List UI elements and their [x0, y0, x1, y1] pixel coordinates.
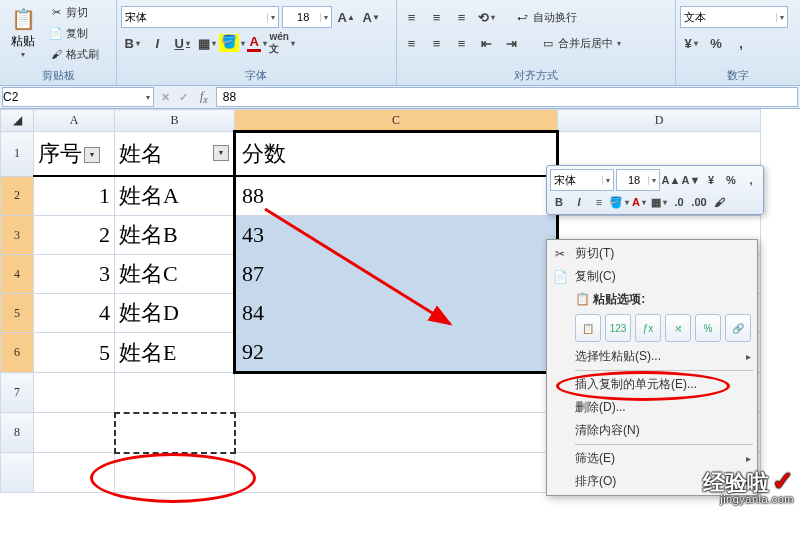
cell-c3[interactable]: 43	[235, 216, 558, 255]
cell-c8[interactable]	[235, 413, 558, 453]
accept-formula-button[interactable]: ✓	[174, 88, 192, 106]
ctx-clear[interactable]: 清除内容(N)	[547, 419, 757, 442]
fill-color-button[interactable]: 🪣	[221, 32, 243, 54]
paste-opt-transpose[interactable]: ⤨	[665, 314, 691, 342]
font-color-button[interactable]: A	[246, 32, 268, 54]
cell-a6[interactable]: 5	[34, 333, 115, 373]
paste-button[interactable]: 📋 粘贴 ▾	[4, 2, 42, 62]
row-header-9[interactable]	[1, 453, 34, 493]
col-header-c[interactable]: C	[235, 110, 558, 132]
format-painter-button[interactable]: 🖌 格式刷	[45, 44, 102, 64]
cell-b2[interactable]: 姓名A	[115, 176, 235, 216]
cell-a1[interactable]: 序号▼	[34, 132, 115, 177]
ctx-sort[interactable]: 排序(O)	[547, 470, 757, 493]
percent-format-button[interactable]: %	[705, 32, 727, 54]
cell-b5[interactable]: 姓名D	[115, 294, 235, 333]
increase-font-button[interactable]: A▲	[335, 6, 357, 28]
cell-a4[interactable]: 3	[34, 255, 115, 294]
ctx-copy[interactable]: 📄 复制(C)	[547, 265, 757, 288]
row-header-5[interactable]: 5	[1, 294, 34, 333]
mini-italic[interactable]: I	[570, 193, 588, 211]
mini-align[interactable]: ≡	[590, 193, 608, 211]
formula-input[interactable]: 88	[216, 87, 798, 107]
filter-dropdown-a[interactable]: ▼	[84, 147, 100, 163]
orientation-button[interactable]: ⟲	[476, 6, 498, 28]
mini-border[interactable]: ▦	[650, 193, 668, 211]
cell-c1[interactable]: 分数	[235, 132, 558, 177]
mini-format-painter[interactable]: 🖌	[710, 193, 728, 211]
spreadsheet-grid[interactable]: ◢ A B C D 1 序号▼ 姓名▼ 分数 2 1 姓名A 88	[0, 109, 800, 533]
mini-size-combo[interactable]: 18▾	[616, 169, 660, 191]
cell-b4[interactable]: 姓名C	[115, 255, 235, 294]
copy-button[interactable]: 📄 复制	[45, 23, 102, 43]
cell-b6[interactable]: 姓名E	[115, 333, 235, 373]
cell-a3[interactable]: 2	[34, 216, 115, 255]
select-all-corner[interactable]: ◢	[1, 110, 34, 132]
mini-dec-decimal[interactable]: .0	[670, 193, 688, 211]
mini-accounting[interactable]: ¥	[702, 171, 720, 189]
cancel-formula-button[interactable]: ✕	[156, 88, 174, 106]
row-header-8[interactable]: 8	[1, 413, 34, 453]
mini-font-color[interactable]: A	[630, 193, 648, 211]
col-header-b[interactable]: B	[115, 110, 235, 132]
bold-button[interactable]: B	[121, 32, 143, 54]
filter-dropdown-b[interactable]: ▼	[213, 145, 229, 161]
row-header-3[interactable]: 3	[1, 216, 34, 255]
align-bottom-button[interactable]: ≡	[451, 6, 473, 28]
accounting-format-button[interactable]: ¥	[680, 32, 702, 54]
merge-center-button[interactable]: ▭ 合并后居中	[537, 33, 624, 53]
row-header-4[interactable]: 4	[1, 255, 34, 294]
mini-grow-font[interactable]: A▲	[662, 171, 680, 189]
mini-bold[interactable]: B	[550, 193, 568, 211]
row-header-1[interactable]: 1	[1, 132, 34, 177]
ctx-delete[interactable]: 删除(D)...	[547, 396, 757, 419]
border-button[interactable]: ▦	[196, 32, 218, 54]
align-top-button[interactable]: ≡	[401, 6, 423, 28]
align-left-button[interactable]: ≡	[401, 32, 423, 54]
phonetic-button[interactable]: wén文	[271, 32, 293, 54]
row-header-7[interactable]: 7	[1, 373, 34, 413]
paste-opt-percent[interactable]: %	[695, 314, 721, 342]
ctx-filter[interactable]: 筛选(E)	[547, 447, 757, 470]
cell-c9[interactable]	[235, 453, 558, 493]
mini-percent[interactable]: %	[722, 171, 740, 189]
font-name-combo[interactable]: 宋体 ▾	[121, 6, 279, 28]
align-center-button[interactable]: ≡	[426, 32, 448, 54]
comma-format-button[interactable]: ,	[730, 32, 752, 54]
cell-c7[interactable]	[235, 373, 558, 413]
increase-indent-button[interactable]: ⇥	[501, 32, 523, 54]
wrap-text-button[interactable]: ⮐ 自动换行	[512, 7, 580, 27]
italic-button[interactable]: I	[146, 32, 168, 54]
cell-c2[interactable]: 88	[235, 176, 558, 216]
col-header-d[interactable]: D	[558, 110, 761, 132]
mini-shrink-font[interactable]: A▼	[682, 171, 700, 189]
paste-opt-formulas[interactable]: ƒx	[635, 314, 661, 342]
align-right-button[interactable]: ≡	[451, 32, 473, 54]
ctx-insert-copied[interactable]: 插入复制的单元格(E)...	[547, 373, 757, 396]
row-header-6[interactable]: 6	[1, 333, 34, 373]
cell-b3[interactable]: 姓名B	[115, 216, 235, 255]
name-box[interactable]: C2 ▾	[2, 87, 154, 107]
align-middle-button[interactable]: ≡	[426, 6, 448, 28]
decrease-indent-button[interactable]: ⇤	[476, 32, 498, 54]
mini-comma[interactable]: ,	[742, 171, 760, 189]
font-size-combo[interactable]: 18 ▾	[282, 6, 332, 28]
cell-c4[interactable]: 87	[235, 255, 558, 294]
fx-icon[interactable]: fx	[192, 89, 216, 105]
number-format-combo[interactable]: 文本 ▾	[680, 6, 788, 28]
col-header-a[interactable]: A	[34, 110, 115, 132]
ctx-paste-special[interactable]: 选择性粘贴(S)...	[547, 345, 757, 368]
cell-a8[interactable]	[34, 413, 115, 453]
cell-a7[interactable]	[34, 373, 115, 413]
decrease-font-button[interactable]: A▼	[360, 6, 382, 28]
row-header-2[interactable]: 2	[1, 176, 34, 216]
underline-button[interactable]: U	[171, 32, 193, 54]
cut-button[interactable]: ✂ 剪切	[45, 2, 102, 22]
mini-inc-decimal[interactable]: .00	[690, 193, 708, 211]
mini-font-combo[interactable]: 宋体▾	[550, 169, 614, 191]
paste-opt-values[interactable]: 123	[605, 314, 631, 342]
cell-b1[interactable]: 姓名▼	[115, 132, 235, 177]
cell-a9[interactable]	[34, 453, 115, 493]
paste-opt-all[interactable]: 📋	[575, 314, 601, 342]
cell-b7[interactable]	[115, 373, 235, 413]
